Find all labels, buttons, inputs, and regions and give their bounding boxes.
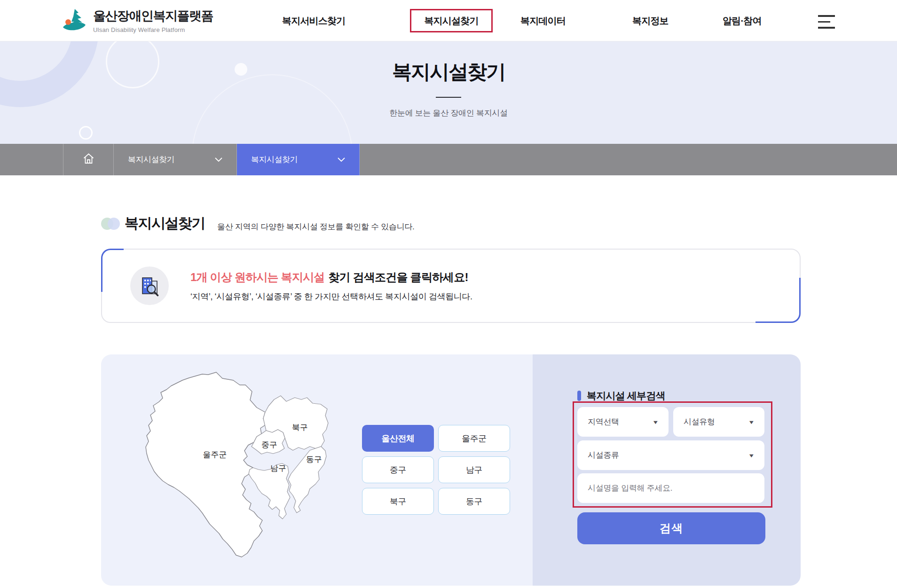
notice-text: 1개 이상 원하시는 복지시설찾기 검색조건을 클릭하세요! ‘지역’, ‘시설… (190, 270, 472, 302)
logo-icon (60, 6, 87, 34)
hamburger-bar (818, 27, 835, 29)
region-button-grid: 울산전체 울주군 중구 남구 북구 동구 (362, 425, 510, 515)
chevron-down-icon (215, 156, 222, 164)
nav-notice-participation[interactable]: 알림·참여 (723, 0, 762, 41)
title-pill-icon (577, 391, 581, 401)
chevron-down-icon: ▼ (748, 419, 755, 425)
hero-banner: 복지시설찾기 한눈에 보는 울산 장애인 복지시설 (0, 41, 897, 144)
region-button-bukgu[interactable]: 북구 (362, 488, 434, 515)
hamburger-bar (818, 21, 830, 23)
header: 울산장애인복지플랫폼 Ulsan Disability Welfare Plat… (0, 0, 897, 41)
building-search-icon (130, 267, 169, 305)
region-button-uljugun[interactable]: 울주군 (438, 425, 510, 452)
region-select-value: 지역선택 (588, 416, 619, 427)
section-title: 복지시설찾기 (125, 214, 205, 233)
map-label-junggu: 중구 (261, 440, 277, 449)
hero-decor-circle (79, 126, 93, 140)
notice-accent-top-left (101, 249, 124, 292)
section-head: 복지시설찾기 울산 지역의 다양한 복지시설 정보를 확인할 수 있습니다. (101, 214, 801, 233)
ulsan-district-map: 울주군 중구 북구 동구 남구 (141, 371, 338, 564)
select-row: 지역선택 ▼ 시설유형 ▼ (577, 407, 764, 437)
map-label-namgu: 남구 (270, 464, 286, 473)
section-description: 울산 지역의 다양한 복지시설 정보를 확인할 수 있습니다. (217, 215, 415, 232)
facility-type-select[interactable]: 시설유형 ▼ (673, 407, 764, 437)
region-select[interactable]: 지역선택 ▼ (577, 407, 669, 437)
notice-body: ‘지역’, ‘시설유형’, ‘시설종류’ 중 한 가지만 선택하셔도 복지시설이… (190, 291, 472, 302)
page-title: 복지시설찾기 (0, 41, 897, 85)
facility-name-input[interactable] (577, 473, 764, 503)
region-button-ulsan-all[interactable]: 울산전체 (362, 425, 434, 452)
page-subtitle: 한눈에 보는 울산 장애인 복지시설 (0, 108, 897, 118)
facility-type-select-value: 시설유형 (684, 416, 715, 427)
breadcrumb-label: 복지시설찾기 (128, 154, 174, 165)
notice-headline-highlight: 1개 이상 원하시는 복지시설 (190, 271, 324, 283)
facility-category-select-value: 시설종류 (588, 450, 619, 461)
chevron-down-icon: ▼ (652, 419, 659, 425)
hamburger-bar (818, 15, 835, 17)
section-bullet-circles-icon (101, 217, 121, 230)
facility-finder: 울주군 중구 북구 동구 남구 울산전체 울주군 중구 남구 북구 동구 복지시… (101, 354, 801, 586)
logo-title: 울산장애인복지플랫폼 (93, 8, 213, 24)
title-divider (436, 97, 461, 98)
facility-category-select[interactable]: 시설종류 ▼ (577, 440, 764, 470)
region-button-junggu[interactable]: 중구 (362, 456, 434, 483)
breadcrumb-spacer (0, 144, 63, 175)
nav-welfare-info[interactable]: 복지정보 (632, 0, 669, 41)
breadcrumb-dropdown-depth2[interactable]: 복지시설찾기 (237, 144, 360, 175)
breadcrumb-dropdown-depth1[interactable]: 복지시설찾기 (114, 144, 237, 175)
logo-subtitle: Ulsan Disability Welfare Platform (93, 26, 213, 33)
search-button[interactable]: 검색 (577, 512, 765, 544)
nav-welfare-data[interactable]: 복지데이터 (520, 0, 566, 41)
map-zone: 울주군 중구 북구 동구 남구 울산전체 울주군 중구 남구 북구 동구 (101, 354, 533, 586)
notice-card: 1개 이상 원하시는 복지시설찾기 검색조건을 클릭하세요! ‘지역’, ‘시설… (101, 249, 801, 323)
detail-search-panel: 복지시설 세부검색 지역선택 ▼ 시설유형 ▼ 시설종류 ▼ 검색 (533, 354, 801, 586)
notice-headline-rest: 찾기 검색조건을 클릭하세요! (328, 271, 468, 283)
breadcrumb: 복지시설찾기 복지시설찾기 (0, 144, 897, 175)
nav-welfare-facilities highlight-box-nav[interactable]: 복지시설찾기 (410, 9, 493, 32)
breadcrumb-home[interactable] (63, 144, 114, 175)
map-label-uljugun: 울주군 (203, 450, 227, 459)
chevron-down-icon (338, 156, 345, 164)
map-region-uljugun[interactable] (146, 372, 266, 557)
breadcrumb-filler (360, 144, 897, 175)
nav-welfare-services[interactable]: 복지서비스찾기 (282, 0, 345, 41)
logo[interactable]: 울산장애인복지플랫폼 Ulsan Disability Welfare Plat… (60, 6, 213, 34)
breadcrumb-label-active: 복지시설찾기 (251, 154, 298, 165)
panel-title-row: 복지시설 세부검색 (577, 390, 764, 402)
notice-accent-bottom-right (755, 278, 801, 323)
panel-title: 복지시설 세부검색 (587, 389, 665, 402)
map-label-donggu: 동구 (306, 455, 322, 464)
region-button-donggu[interactable]: 동구 (438, 488, 510, 515)
region-button-namgu[interactable]: 남구 (438, 456, 510, 483)
main-content: 복지시설찾기 울산 지역의 다양한 복지시설 정보를 확인할 수 있습니다. 1… (101, 214, 801, 586)
map-label-bukgu: 북구 (292, 423, 308, 432)
hamburger-menu-icon[interactable] (818, 15, 835, 28)
home-icon (82, 152, 95, 167)
chevron-down-icon: ▼ (748, 453, 755, 458)
